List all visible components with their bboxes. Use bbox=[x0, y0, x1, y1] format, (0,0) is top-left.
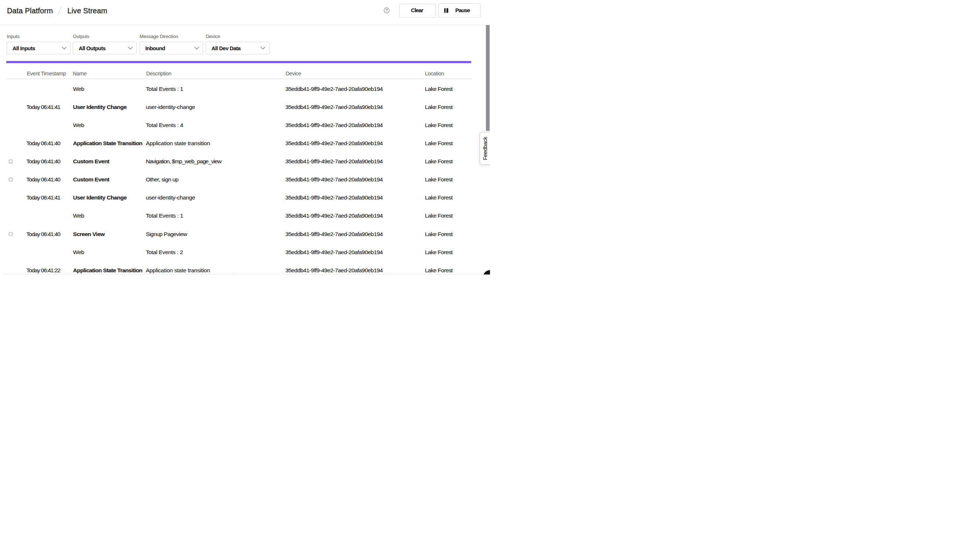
svg-text:?: ? bbox=[385, 8, 388, 13]
